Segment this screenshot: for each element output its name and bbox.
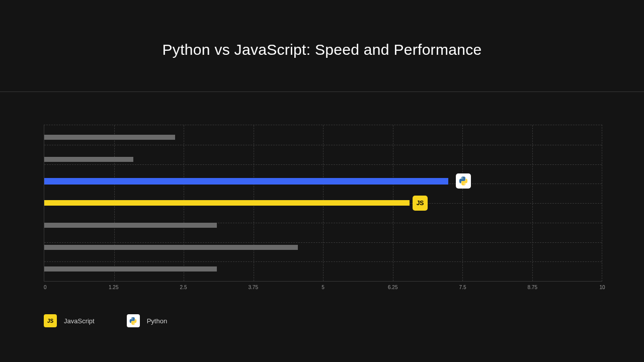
javascript-icon: JS [413,196,428,211]
x-tick: 2.5 [180,285,187,290]
legend-label: Python [147,317,167,325]
gridline-h [44,261,602,262]
x-tick: 5 [321,285,325,290]
bar-row-0 [44,135,175,140]
bar-row-6 [44,266,217,272]
bar-row-5 [44,245,298,250]
legend-label: JavaScript [64,317,95,325]
x-tick: 0 [44,285,47,290]
python-icon [127,314,140,327]
x-tick: 6.25 [388,285,397,290]
python-icon [456,173,471,189]
x-tick: 1.25 [109,285,118,290]
bar-row-4 [44,223,217,228]
chart-title: Python vs JavaScript: Speed and Performa… [0,0,644,58]
bar-python [44,178,448,185]
gridline-h [44,145,602,145]
legend-item-python: Python [127,314,167,327]
bar-javascript [44,200,410,206]
header-divider [0,92,644,92]
gridline-h [44,164,602,165]
x-tick: 10 [599,285,605,290]
legend: JS JavaScript Python [44,314,167,327]
legend-item-javascript: JS JavaScript [44,314,95,327]
bar-row-1 [44,157,133,162]
chart-area: JS 0 1.25 2.5 3.75 5 6.25 7.5 8.75 10 [44,125,602,282]
x-tick: 3.75 [249,285,258,290]
gridline-h [44,242,602,243]
x-tick: 7.5 [459,285,466,290]
x-tick: 8.75 [528,285,537,290]
javascript-icon: JS [44,314,57,327]
plot-region: JS [44,125,602,282]
